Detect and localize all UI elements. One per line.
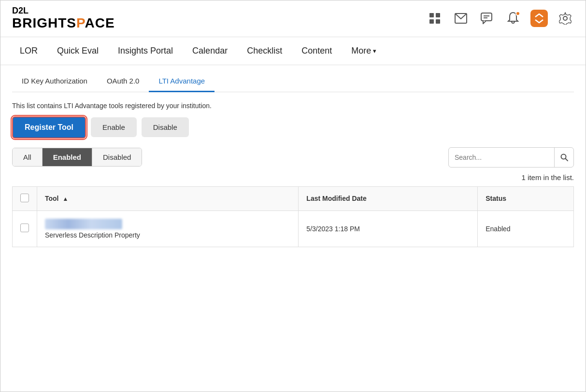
filter-disabled[interactable]: Disabled [92, 148, 142, 166]
logo-brightspace: BRIGHTSPACE [12, 16, 115, 31]
filter-tabs: All Enabled Disabled [12, 148, 142, 167]
mail-icon[interactable] [452, 10, 470, 27]
tab-id-key-authorization[interactable]: ID Key Authorization [12, 71, 97, 92]
register-tool-button[interactable]: Register Tool [12, 116, 86, 139]
table-header-status: Status [478, 186, 574, 210]
app-container: D2L BRIGHTSPACE [0, 0, 586, 392]
nav-checklist[interactable]: Checklist [239, 37, 290, 65]
table-header-last-modified: Last Modified Date [299, 186, 478, 210]
filter-row: All Enabled Disabled [12, 147, 574, 168]
switch-icon[interactable] [530, 10, 548, 27]
search-icon [560, 154, 568, 161]
svg-rect-3 [436, 19, 440, 24]
sort-arrow-icon: ▲ [62, 196, 68, 202]
grid-icon[interactable] [426, 10, 443, 27]
search-input[interactable] [449, 154, 554, 161]
tabs-row: ID Key Authorization OAuth 2.0 LTI Advan… [12, 65, 574, 92]
row-checkbox-cell [13, 210, 37, 247]
table-header-tool[interactable]: Tool ▲ [37, 186, 299, 210]
description-text: This list contains LTI Advantage tools r… [12, 102, 574, 110]
select-all-checkbox[interactable] [20, 194, 29, 202]
table-row: Serverless Description Property 5/3/2023… [13, 210, 574, 247]
logo-brightspace-post: ACE [85, 15, 115, 30]
svg-rect-1 [436, 13, 440, 17]
data-table: Tool ▲ Last Modified Date Status Serv [12, 186, 574, 247]
tool-image-placeholder [45, 219, 122, 229]
nav-more[interactable]: More ▾ [343, 37, 384, 65]
nav-insights-portal[interactable]: Insights Portal [110, 37, 181, 65]
nav-bar: LOR Quick Eval Insights Portal Calendar … [0, 37, 586, 65]
last-modified-cell: 5/3/2023 1:18 PM [299, 210, 478, 247]
logo-brightspace-pre: BRIGHTS [12, 15, 76, 30]
svg-rect-2 [429, 19, 434, 24]
table-header-checkbox [13, 186, 37, 210]
row-checkbox[interactable] [20, 224, 29, 232]
logo: D2L BRIGHTSPACE [12, 6, 115, 31]
nav-quick-eval[interactable]: Quick Eval [49, 37, 106, 65]
filter-enabled[interactable]: Enabled [43, 148, 92, 166]
chat-icon[interactable] [478, 10, 496, 27]
svg-line-10 [565, 158, 568, 161]
tab-lti-advantage[interactable]: LTI Advantage [149, 71, 214, 92]
buttons-row: Register Tool Enable Disable [12, 116, 574, 139]
tool-cell-content: Serverless Description Property [45, 219, 290, 239]
main-content: ID Key Authorization OAuth 2.0 LTI Advan… [0, 65, 586, 392]
search-button[interactable] [554, 148, 573, 167]
nav-lor[interactable]: LOR [12, 37, 45, 65]
svg-rect-0 [429, 13, 434, 17]
svg-point-8 [563, 16, 567, 20]
filter-all[interactable]: All [13, 148, 43, 166]
notification-badge [515, 11, 520, 16]
header-icons [426, 10, 574, 27]
status-cell: Enabled [478, 210, 574, 247]
header: D2L BRIGHTSPACE [0, 0, 586, 37]
disable-button[interactable]: Disable [142, 117, 189, 137]
nav-calendar[interactable]: Calendar [185, 37, 235, 65]
tool-name: Serverless Description Property [45, 231, 290, 239]
enable-button[interactable]: Enable [91, 117, 137, 137]
tab-oauth[interactable]: OAuth 2.0 [97, 71, 149, 92]
nav-content[interactable]: Content [294, 37, 340, 65]
item-count: 1 item in the list. [12, 173, 574, 182]
tool-cell: Serverless Description Property [37, 210, 299, 247]
chevron-down-icon: ▾ [373, 47, 376, 55]
search-box [448, 147, 574, 168]
svg-rect-5 [481, 13, 492, 21]
logo-brightspace-accent: P [76, 15, 85, 30]
gear-icon[interactable] [557, 10, 574, 27]
bell-icon[interactable] [504, 10, 522, 27]
logo-d2l: D2L [12, 6, 115, 16]
